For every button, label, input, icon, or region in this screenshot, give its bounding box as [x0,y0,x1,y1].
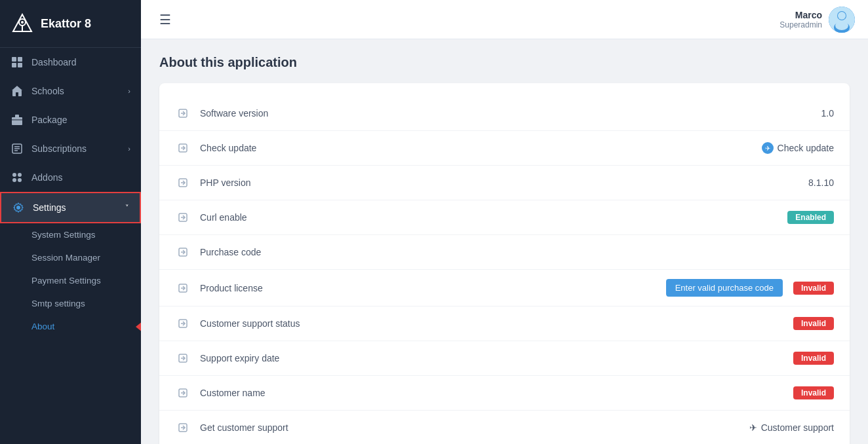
send-icon: ✈ [762,142,774,154]
label-purchase-code: Purchase code [200,247,834,257]
row-icon-curl-enable [175,210,191,225]
content-area: About this application Software version … [141,39,868,444]
header: ☰ Marco Superadmin [141,0,868,39]
label-product-license: Product license [200,283,666,293]
svg-point-22 [18,178,22,182]
enter-purchase-code-button[interactable]: Enter valid purchase code [666,279,783,297]
customer-support-button[interactable]: ✈ Customer support [749,422,834,433]
svg-rect-11 [16,92,18,96]
customer-support-icon: ✈ [749,422,757,433]
table-row: Support expiry date Invalid [159,341,850,376]
package-icon [10,113,24,126]
label-php-version: PHP version [200,177,808,188]
svg-point-23 [16,206,20,210]
label-check-update: Check update [200,143,762,153]
row-icon-customer-name [175,385,191,401]
row-icon-php-version [175,175,191,191]
table-row: Product license Enter valid purchase cod… [159,270,850,306]
label-curl-enable: Curl enable [200,212,787,223]
user-role: Superadmin [779,20,822,29]
schools-icon [10,84,24,98]
user-info: Marco Superadmin [779,7,855,33]
settings-arrow-icon: ˅ [125,204,129,212]
badge-support-expiry-invalid: Invalid [793,352,834,365]
badge-customer-name-invalid: Invalid [793,386,834,399]
row-icon-purchase-code [175,244,191,260]
dashboard-icon [10,56,24,69]
sidebar: Ekattor 8 Dashboard Schools › [0,0,141,444]
main-content: ☰ Marco Superadmin About this applicat [141,0,868,444]
check-update-btn-label: Check update [778,143,834,153]
sidebar-label-dashboard: Dashboard [31,57,77,67]
subscriptions-icon [10,142,24,155]
submenu-about[interactable]: About → [0,315,141,338]
row-icon-get-customer-support [175,420,191,435]
app-name: Ekattor 8 [41,17,91,31]
svg-rect-8 [18,63,22,67]
settings-submenu: System Settings Session Manager Payment … [0,223,141,338]
label-get-customer-support: Get customer support [200,422,749,433]
svg-rect-5 [12,57,16,62]
row-icon-product-license [175,280,191,296]
hamburger-button[interactable]: ☰ [154,9,176,30]
subscriptions-arrow-icon: › [128,145,130,153]
submenu-label-about: About [31,322,54,331]
addons-icon [10,171,24,184]
svg-point-21 [12,178,16,182]
sidebar-item-addons[interactable]: Addons [0,163,141,192]
table-row: PHP version 8.1.10 [159,166,850,200]
submenu-label-session-manager: Session Manager [31,253,100,263]
row-icon-support-expiry-date [175,350,191,366]
svg-point-28 [835,21,848,30]
submenu-payment-settings[interactable]: Payment Settings [0,269,141,292]
value-software-version: 1.0 [821,108,834,119]
sidebar-item-settings[interactable]: Settings ˅ [0,192,141,223]
svg-rect-6 [18,57,22,62]
logo-icon [10,12,34,35]
user-details: Marco Superadmin [779,10,822,29]
sidebar-label-settings: Settings [33,202,66,213]
table-row: Customer name Invalid [159,376,850,411]
customer-support-btn-label: Customer support [761,422,834,433]
user-avatar [829,7,855,33]
label-customer-name: Customer name [200,388,793,398]
table-row: Check update ✈ Check update [159,131,850,166]
submenu-session-manager[interactable]: Session Manager [0,246,141,269]
table-row: Get customer support ✈ Customer support [159,411,850,444]
schools-arrow-icon: › [128,87,130,95]
sidebar-label-subscriptions: Subscriptions [31,143,87,154]
sidebar-item-package[interactable]: Package [0,105,141,134]
table-row: Software version 1.0 [159,96,850,131]
sidebar-label-schools: Schools [31,86,64,96]
svg-rect-7 [12,63,16,67]
page-title: About this application [159,55,850,70]
badge-product-license-invalid: Invalid [793,282,834,295]
app-logo: Ekattor 8 [0,0,141,48]
submenu-label-payment-settings: Payment Settings [31,276,101,286]
svg-point-2 [21,21,24,24]
svg-rect-13 [15,115,19,119]
value-php-version: 8.1.10 [808,177,834,188]
row-icon-customer-support-status [175,316,191,331]
sidebar-item-dashboard[interactable]: Dashboard [0,48,141,77]
badge-curl-enabled: Enabled [787,211,834,224]
hamburger-icon: ☰ [159,12,171,27]
row-icon-check-update [175,140,191,156]
product-license-actions: Enter valid purchase code Invalid [666,279,834,297]
sidebar-item-schools[interactable]: Schools › [0,77,141,105]
submenu-label-smtp-settings: Smtp settings [31,299,85,308]
svg-point-27 [838,12,846,20]
badge-customer-support-invalid: Invalid [793,317,834,330]
row-icon-software-version [175,105,191,121]
submenu-system-settings[interactable]: System Settings [0,223,141,246]
label-customer-support-status: Customer support status [200,318,793,329]
table-row: Purchase code [159,235,850,270]
check-update-button[interactable]: ✈ Check update [762,142,834,154]
sidebar-label-addons: Addons [31,172,62,183]
table-row: Curl enable Enabled [159,200,850,235]
sidebar-item-subscriptions[interactable]: Subscriptions › [0,134,141,163]
user-name: Marco [779,10,822,20]
table-row: Customer support status Invalid [159,306,850,341]
submenu-smtp-settings[interactable]: Smtp settings [0,292,141,315]
settings-icon [12,201,25,214]
